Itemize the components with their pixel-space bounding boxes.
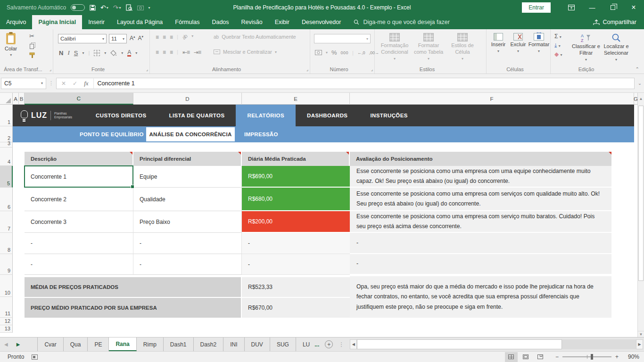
row-header-3[interactable]: 3 (0, 142, 13, 148)
macro-record-icon[interactable] (32, 354, 38, 360)
tab-pagina-inicial[interactable]: Página Inicial (32, 15, 82, 29)
sheet-tab-pe[interactable]: PE (88, 337, 109, 351)
nav-tab-dashboards[interactable]: DASHBOARDS (296, 105, 359, 126)
save-icon[interactable] (90, 5, 96, 11)
scroll-right-icon[interactable]: ▶ (636, 339, 643, 349)
row-header-12[interactable]: 12 (0, 318, 13, 325)
cell-diaria-5[interactable]: - (242, 254, 350, 275)
clipboard-dialog-launcher-icon[interactable]: ⌟ (50, 67, 51, 72)
sheet-nav-next-icon[interactable]: ▶ (12, 337, 25, 351)
font-color-icon[interactable]: A (127, 49, 131, 57)
collapse-ribbon-icon[interactable]: ⌃ (636, 66, 639, 72)
row-header-10[interactable]: 10 (0, 275, 13, 297)
scroll-left-icon[interactable]: ◀ (350, 339, 357, 349)
sheet-tab-rana[interactable]: Rana (109, 337, 136, 351)
row-header-9[interactable]: 9 (0, 254, 13, 275)
autosum-icon[interactable]: Σ ▾ (554, 33, 562, 40)
scroll-up-icon[interactable]: ▲ (637, 93, 644, 105)
nav-tab-relatorios[interactable]: RELATÓRIOS (236, 105, 296, 126)
cell-diaria-2[interactable]: R$680,00 (242, 188, 350, 211)
row-header-7[interactable]: 7 (0, 211, 13, 233)
row-header-4[interactable]: 4 (0, 148, 13, 166)
cell-diferencial-1[interactable]: Equipe (133, 166, 242, 188)
cancel-formula-icon[interactable]: ✕ (61, 80, 66, 87)
shrink-font-icon[interactable]: A▾ (138, 35, 144, 41)
sort-filter-button[interactable]: AZ Classificar e Filtrar▾ (571, 33, 601, 62)
cell-diferencial-3[interactable]: Preço Baixo (133, 211, 242, 233)
share-button[interactable]: Compartilhar (586, 15, 644, 29)
col-header-d[interactable]: D (133, 93, 242, 105)
borders-icon[interactable] (94, 50, 100, 56)
nav-tab-instrucoes[interactable]: INSTRUÇÕES (359, 105, 419, 126)
col-header-g[interactable]: G (634, 93, 637, 105)
tab-dados[interactable]: Dados (206, 15, 235, 29)
quick-access-more-icon[interactable]: ▾ (149, 6, 150, 10)
font-dialog-launcher-icon[interactable]: ⌟ (146, 67, 148, 72)
cell-diaria-1[interactable]: R$690,00 (242, 166, 350, 188)
view-page-break-button[interactable] (534, 352, 547, 362)
cell-descricao-2[interactable]: Concorrente 2 (25, 188, 133, 211)
sheet-tab-dash1[interactable]: Dash1 (164, 337, 194, 351)
col-header-e[interactable]: E (242, 93, 350, 105)
cell-diferencial-4[interactable]: - (133, 233, 242, 254)
sign-in-button[interactable]: Entrar (522, 2, 551, 13)
cell-diferencial-5[interactable]: - (133, 254, 242, 275)
sheet-tab-dash2[interactable]: Dash2 (194, 337, 224, 351)
sheet-tab-rimp[interactable]: Rimp (137, 337, 164, 351)
summary-value-preco-medio[interactable]: R$670,00 (242, 298, 350, 318)
tab-inserir[interactable]: Inserir (82, 15, 111, 29)
cell-descricao-3[interactable]: Concorrente 3 (25, 211, 133, 233)
sheet-options-icon[interactable]: ⋮ (336, 341, 347, 348)
row-header-1[interactable]: 1 (0, 105, 13, 126)
col-header-b[interactable]: B (19, 93, 25, 105)
cell-avaliacao-3[interactable]: Esse concorrente se posiciona como uma e… (350, 211, 611, 233)
grow-font-icon[interactable]: A▴ (130, 35, 135, 41)
delete-cells-button[interactable]: Excluir▾ (508, 33, 528, 54)
print-preview-icon[interactable] (126, 4, 132, 11)
cell-diaria-3[interactable]: R$200,00 (242, 211, 350, 233)
restore-button[interactable] (603, 0, 623, 15)
format-cells-button[interactable]: ⟷ Formatar▾ (528, 33, 550, 54)
cell-avaliacao-5[interactable]: - (350, 254, 611, 275)
name-box[interactable]: C5 ▾ (1, 78, 46, 89)
close-button[interactable]: × (623, 0, 644, 15)
insert-cells-button[interactable]: Inserir▾ (488, 33, 508, 54)
cell-diferencial-2[interactable]: Qualidade (133, 188, 242, 211)
nav-tab-custos-diretos[interactable]: CUSTOS DIRETOS (84, 105, 157, 126)
subtab-impressao[interactable]: IMPRESSÃO (244, 126, 278, 142)
sheet-tab-duv[interactable]: DUV (245, 337, 270, 351)
undo-button[interactable]: ↶▾ (100, 4, 108, 11)
summary-value-media[interactable]: R$523,33 (242, 277, 350, 297)
scroll-down-icon[interactable]: ▼ (638, 331, 644, 337)
col-header-c[interactable]: C (25, 93, 133, 105)
row-header-6[interactable]: 6 (0, 188, 13, 211)
formula-input[interactable]: Concorrente 1 (93, 78, 635, 89)
format-painter-icon[interactable] (29, 52, 35, 58)
tab-arquivo[interactable]: Arquivo (0, 15, 32, 29)
camera-icon[interactable] (137, 5, 144, 10)
row-header-2[interactable]: 2 (0, 126, 13, 142)
summary-note[interactable]: Opa, seu preço está maior do que a média… (350, 276, 611, 318)
horizontal-scrollbar-thumb[interactable] (357, 339, 562, 349)
fill-color-icon[interactable] (110, 50, 117, 56)
sheet-tab-qua[interactable]: Qua (64, 337, 88, 351)
cell-descricao-4[interactable]: - (25, 233, 133, 254)
fill-icon[interactable]: ⤓ ▾ (554, 42, 562, 49)
row-header-11[interactable]: 11 (0, 297, 13, 318)
nav-tab-lista-de-quartos[interactable]: LISTA DE QUARTOS (157, 105, 236, 126)
tab-desenvolvedor[interactable]: Desenvolvedor (296, 15, 347, 29)
tell-me-search[interactable]: Diga-me o que você deseja fazer (347, 15, 456, 29)
number-format-combo[interactable]: ▾ (314, 34, 371, 43)
vertical-scrollbar[interactable]: ▼ (637, 105, 644, 337)
autosave-toggle[interactable] (71, 4, 85, 11)
tab-revisao[interactable]: Revisão (235, 15, 269, 29)
number-dialog-launcher-icon[interactable]: ⌟ (371, 67, 373, 72)
sheet-tab-ini[interactable]: INI (223, 337, 244, 351)
new-sheet-icon[interactable]: + (325, 340, 333, 348)
font-size-combo[interactable]: 11▾ (109, 34, 127, 43)
subtab-analise-da-concorrencia[interactable]: ANÁLISE DA CONCORRÊNCIA (146, 127, 235, 141)
insert-function-icon[interactable]: fx (84, 80, 88, 87)
row-header-8[interactable]: 8 (0, 233, 13, 254)
alignment-dialog-launcher-icon[interactable]: ⌟ (306, 67, 308, 72)
enter-formula-icon[interactable]: ✓ (73, 80, 77, 87)
